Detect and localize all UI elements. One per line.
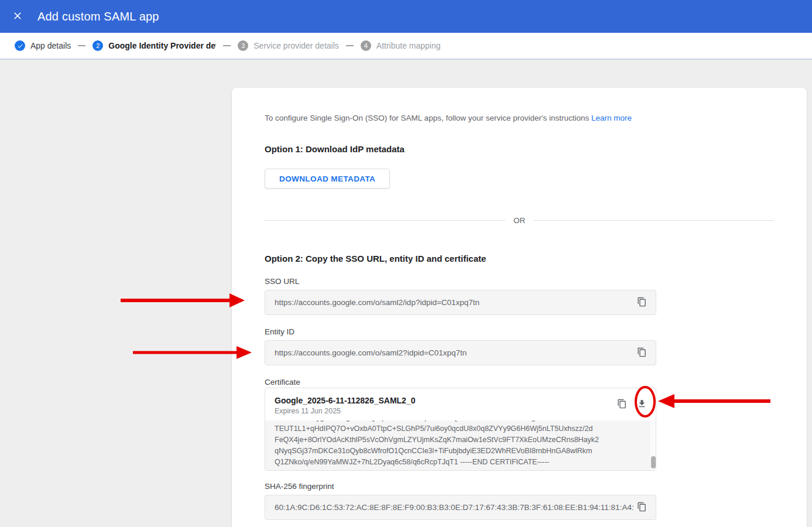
- copy-sha256-button[interactable]: [633, 499, 650, 516]
- learn-more-link[interactable]: Learn more: [591, 114, 632, 122]
- intro-text: To configure Single Sign-On (SSO) for SA…: [265, 114, 674, 122]
- sso-url-field: https://accounts.google.com/o/saml2/idp?…: [265, 290, 656, 315]
- copy-icon: [637, 502, 647, 514]
- download-icon: [637, 399, 647, 410]
- main-card: To configure Single Sign-On (SSO) for SA…: [232, 88, 807, 527]
- step-google-idp-details[interactable]: 2 Google Identity Provider details: [92, 40, 216, 51]
- copy-icon: [617, 399, 627, 410]
- close-icon: [12, 10, 23, 23]
- step-label: Service provider details: [253, 41, 339, 50]
- wizard-stepper: App details 2 Google Identity Provider d…: [0, 33, 812, 60]
- step-attribute-mapping[interactable]: 4 Attribute mapping: [361, 40, 441, 51]
- option2-heading: Option 2: Copy the SSO URL, entity ID an…: [265, 254, 486, 264]
- step-connector: [223, 45, 231, 46]
- close-button[interactable]: [11, 9, 25, 23]
- page-title: Add custom SAML app: [37, 10, 159, 23]
- certificate-scrollbar-track: [650, 420, 656, 470]
- sso-url-value: https://accounts.google.com/o/saml2/idp?…: [275, 298, 633, 307]
- copy-certificate-button[interactable]: [614, 396, 630, 413]
- certificate-scrollbar-thumb[interactable]: [651, 456, 656, 468]
- step-label: App details: [30, 41, 71, 50]
- intro-text-body: To configure Single Sign-On (SSO) for SA…: [265, 114, 591, 122]
- check-icon: [15, 40, 25, 51]
- step-app-details[interactable]: App details: [15, 40, 71, 51]
- or-divider: OR: [265, 215, 774, 225]
- sha256-field: 60:1A:9C:D6:1C:53:72:AC:8E:8F:8E:F9:00:B…: [265, 495, 656, 520]
- copy-icon: [637, 347, 647, 359]
- certificate-header: Google_2025-6-11-112826_SAML2_0 Expires …: [265, 388, 656, 420]
- download-certificate-button[interactable]: [633, 396, 650, 413]
- entity-id-field: https://accounts.google.com/o/saml2?idpi…: [265, 340, 656, 365]
- certificate-label: Certificate: [265, 378, 300, 386]
- copy-icon: [637, 297, 647, 309]
- sso-url-label: SSO URL: [265, 277, 299, 286]
- copy-sso-url-button[interactable]: [633, 295, 650, 311]
- red-arrow-sso-url: [121, 293, 245, 307]
- certificate-line: Q1ZNko/q/eN99YaMWJZ+7hL2Dyaq6c58/q6cRcpT…: [275, 457, 642, 468]
- or-label: OR: [505, 216, 533, 225]
- divider-line: [533, 220, 774, 221]
- certificate-text-area[interactable]: MIIDdDCCAlygAwIBAgIGAXtQ9qcdMA0GCSqGSIb3…: [265, 420, 656, 470]
- copy-entity-id-button[interactable]: [633, 345, 650, 361]
- step-connector: [346, 45, 354, 46]
- certificate-line: FeQX4je+8OrlYOdAcKthlP5sVcOhVgmLZYUjmKsZ…: [275, 434, 642, 446]
- step-connector: [78, 45, 85, 46]
- certificate-card: Google_2025-6-11-112826_SAML2_0 Expires …: [265, 388, 656, 471]
- dialog-header: Add custom SAML app: [0, 0, 812, 33]
- step-service-provider-details[interactable]: 3 Service provider details: [238, 40, 339, 51]
- certificate-expiry: Expires 11 Jun 2025: [275, 407, 614, 415]
- option1-heading: Option 1: Download IdP metadata: [265, 144, 405, 154]
- certificate-name: Google_2025-6-11-112826_SAML2_0: [275, 396, 614, 405]
- step-number: 2: [92, 40, 103, 51]
- entity-id-value: https://accounts.google.com/o/saml2?idpi…: [275, 348, 633, 357]
- step-number: 4: [361, 40, 371, 51]
- sha256-label: SHA-256 fingerprint: [265, 482, 334, 491]
- sha256-value: 60:1A:9C:D6:1C:53:72:AC:8E:8F:8E:F9:00:B…: [275, 503, 633, 512]
- step-number: 3: [238, 40, 248, 51]
- certificate-line: TEUT1L1+qHdIPQ7O+vOxbA0TtpC+SLGhP5/7ui6o…: [275, 423, 642, 434]
- download-metadata-button[interactable]: DOWNLOAD METADATA: [265, 169, 390, 189]
- divider-line: [265, 220, 505, 221]
- entity-id-label: Entity ID: [265, 327, 294, 336]
- certificate-line: qNyqSGj37mDKCe31oQyb8cWfrofO1QcnCCIe3l+T…: [275, 446, 642, 457]
- step-label: Google Identity Provider details: [108, 41, 216, 50]
- step-label: Attribute mapping: [376, 41, 441, 50]
